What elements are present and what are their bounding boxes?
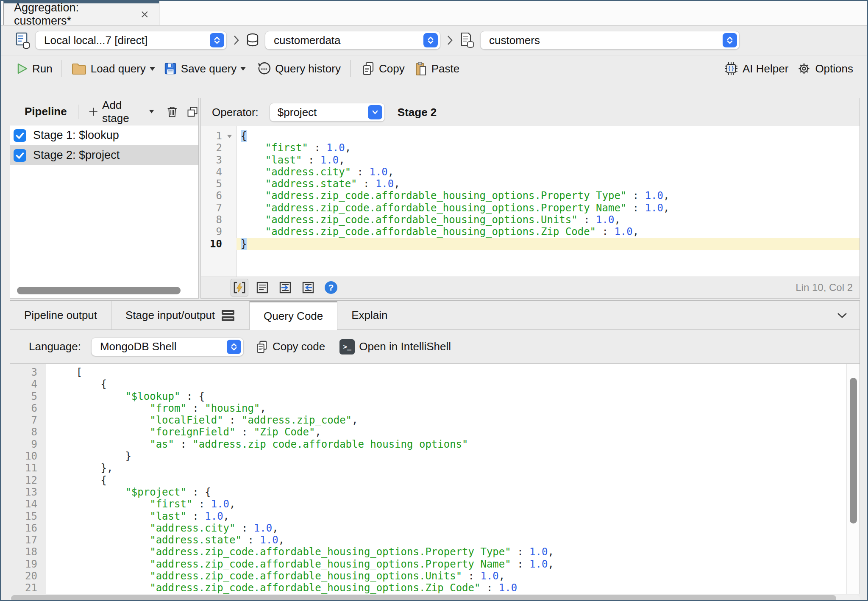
connection-select[interactable]: Local local...7 [direct] [35,31,227,50]
fold-gutter [37,582,46,594]
paste-icon [414,61,428,76]
tab-explain[interactable]: Explain [337,301,402,330]
code-line[interactable]: 14 "first" : 1.0, [10,498,847,510]
horizontal-scrollbar-thumb[interactable] [11,595,836,601]
line-number: 1 [201,130,222,142]
code-line[interactable]: 9 "address.zip_code.affordable_housing_o… [201,226,860,238]
chevron-down-icon[interactable] [368,105,382,119]
code-line[interactable]: 10} [201,238,860,250]
tab-stage-input-output[interactable]: Stage input/output [111,301,250,330]
stepper-icon[interactable] [227,340,241,354]
pipeline-horizontal-scrollbar[interactable] [17,287,181,294]
tab-pipeline-output[interactable]: Pipeline output [10,301,111,330]
database-select[interactable]: customerdata [265,31,440,50]
run-button[interactable]: Run [16,62,53,75]
line-number: 13 [10,486,37,498]
separator [78,105,78,119]
code-text: "as" : "address.zip_code.affordable_hous… [46,438,847,450]
horizontal-scrollbar-track[interactable] [10,595,860,601]
tab-query-code[interactable]: Query Code [250,301,337,330]
load-query-button[interactable]: Load query [72,62,155,75]
code-line[interactable]: 8 "address.zip_code.affordable_housing_o… [201,214,860,226]
code-line[interactable]: 6 "address.zip_code.affordable_housing_o… [201,190,860,202]
folder-icon [72,62,87,75]
fold-gutter [222,190,236,202]
code-text: "address.zip_code.affordable_housing_opt… [46,558,847,570]
stepper-icon[interactable] [723,33,737,47]
code-line[interactable]: 9 "as" : "address.zip_code.affordable_ho… [10,438,847,450]
language-select[interactable]: MongoDB Shell [91,338,244,356]
duplicate-stage-icon[interactable] [186,105,198,119]
line-number: 6 [10,402,37,414]
fold-gutter [37,534,46,546]
fold-arrow-icon[interactable] [222,130,236,142]
code-line[interactable]: 11 }, [10,462,847,474]
stage-2-checkbox[interactable] [14,149,26,162]
code-text: "from" : "housing", [46,402,847,414]
operator-select[interactable]: $project [270,103,385,122]
code-line[interactable]: 6 "from" : "housing", [10,402,847,414]
code-line[interactable]: 19 "address.zip_code.affordable_housing_… [10,558,847,570]
code-line[interactable]: 3 "last" : 1.0, [201,154,860,166]
copy-code-button[interactable]: Copy code [256,340,325,354]
paste-button[interactable]: Paste [414,61,460,76]
stage-code-editor[interactable]: 1{2 "first" : 1.0,3 "last" : 1.0,4 "addr… [201,126,860,277]
format-document-button[interactable] [231,279,248,296]
fold-gutter [222,238,236,250]
code-line[interactable]: 5 "$lookup" : { [10,391,847,402]
format-lines-button[interactable] [253,279,271,296]
open-intellishell-button[interactable]: >_ Open in IntelliShell [339,339,451,355]
help-icon[interactable]: ? [325,281,337,294]
stage-row-2[interactable]: Stage 2: $project [10,145,198,165]
code-line[interactable]: 5 "address.state" : 1.0, [201,178,860,190]
ai-helper-button[interactable]: AI Helper [723,61,788,76]
line-number: 7 [10,414,37,426]
code-line[interactable]: 18 "address.zip_code.affordable_housing_… [10,546,847,558]
connection-bar: Local local...7 [direct] customerdata [1,25,867,56]
vertical-scrollbar-track[interactable] [846,364,860,594]
indent-right-button[interactable] [276,279,294,296]
code-line[interactable]: 1{ [201,130,860,142]
code-line[interactable]: 21 "address.zip_code.affordable_housing_… [10,582,847,594]
collection-select[interactable]: customers [480,31,740,50]
query-code-editor[interactable]: 3 [4 {5 "$lookup" : {6 "from" : "housing… [10,364,847,594]
options-button[interactable]: Options [797,61,853,76]
delete-stage-icon[interactable] [167,105,178,119]
line-number: 5 [201,178,222,190]
add-stage-button[interactable]: Add stage [89,99,154,125]
code-text: "address.city" : 1.0, [236,166,860,178]
query-history-button[interactable]: Query history [257,61,341,76]
code-line[interactable]: 16 "address.city" : 1.0, [10,522,847,534]
caret-down-icon [150,67,155,71]
save-query-button[interactable]: Save query [164,62,246,75]
close-icon[interactable] [140,10,149,19]
code-line[interactable]: 8 "foreignField" : "Zip Code", [10,426,847,438]
line-number: 7 [201,202,222,214]
code-line[interactable]: 3 [ [10,366,847,378]
stepper-icon[interactable] [210,33,224,47]
code-line[interactable]: 20 "address.zip_code.affordable_housing_… [10,570,847,582]
code-line[interactable]: 7 "address.zip_code.affordable_housing_o… [201,202,860,214]
stepper-icon[interactable] [423,33,438,47]
code-line[interactable]: 10 } [10,450,847,462]
indent-left-button[interactable] [299,279,317,296]
vertical-scrollbar-thumb[interactable] [850,378,857,523]
stage-1-checkbox[interactable] [14,129,26,142]
fold-gutter [37,522,46,534]
code-line[interactable]: 12 { [10,474,847,486]
stage-row-1[interactable]: Stage 1: $lookup [10,125,198,145]
code-line[interactable]: 7 "localField" : "address.zip_code", [10,414,847,426]
code-line[interactable]: 17 "address.state" : 1.0, [10,534,847,546]
code-line[interactable]: 15 "last" : 1.0, [10,510,847,522]
code-line[interactable]: 2 "first" : 1.0, [201,142,860,154]
database-value: customerdata [274,34,341,47]
code-text: { [46,378,847,390]
fold-gutter [37,546,46,558]
code-line[interactable]: 13 "$project" : { [10,486,847,498]
code-line[interactable]: 4 { [10,378,847,390]
collapse-chevron-icon[interactable] [837,312,848,319]
code-line[interactable]: 4 "address.city" : 1.0, [201,166,860,178]
copy-button[interactable]: Copy [362,61,405,76]
code-text: { [46,474,847,486]
tab-aggregation-customers[interactable]: Aggregation: customers* [3,1,159,25]
